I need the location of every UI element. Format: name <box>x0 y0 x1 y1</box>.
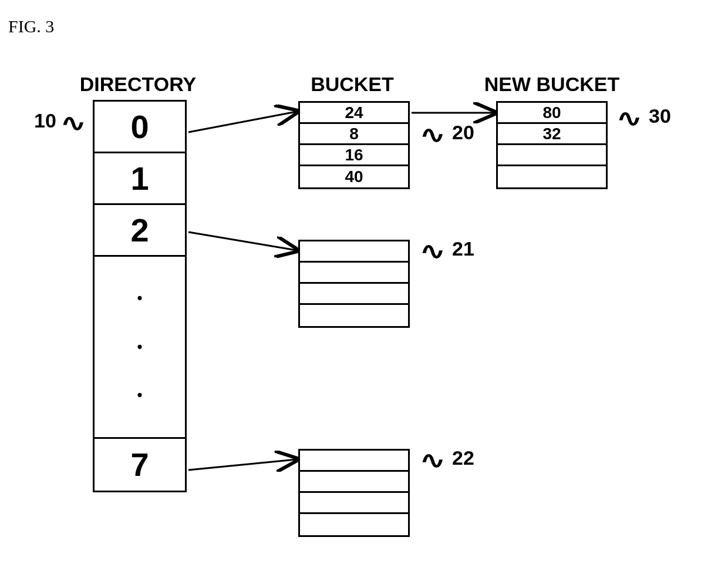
bucket-cell: 8 <box>300 124 408 145</box>
ref-22: 22 <box>452 446 474 469</box>
bucket-cell: 32 <box>498 124 606 145</box>
directory-ellipsis: · · · <box>95 257 185 439</box>
tilde-icon: ∿ <box>616 105 642 132</box>
dot-icon: · <box>137 292 143 305</box>
bucket-20: 24 8 16 40 <box>298 101 410 189</box>
arrow-icon <box>188 459 296 470</box>
ref-30: 30 <box>649 105 671 127</box>
bucket-header: BUCKET <box>294 73 411 96</box>
bucket-21 <box>298 240 410 328</box>
tilde-icon: ∿ <box>420 446 446 474</box>
tilde-icon: ∿ <box>420 121 446 148</box>
ref-20: 20 <box>452 121 474 144</box>
bucket-cell <box>300 241 408 263</box>
tilde-icon: ∿ <box>420 237 446 264</box>
directory-table: 0 1 2 · · · 7 <box>93 100 187 492</box>
bucket-cell <box>300 263 408 284</box>
dot-icon: · <box>137 341 143 354</box>
bucket-cell <box>300 472 408 493</box>
bucket-cell <box>300 451 408 472</box>
tilde-icon: ∿ <box>60 109 86 136</box>
bucket-30: 80 32 <box>496 101 608 189</box>
figure-label: FIG. 3 <box>8 16 54 36</box>
directory-header: DIRECTORY <box>70 73 205 96</box>
bucket-cell <box>300 514 408 535</box>
directory-cell: 7 <box>95 439 185 491</box>
directory-cell: 1 <box>95 153 185 205</box>
directory-cell: 2 <box>95 205 185 257</box>
bucket-cell: 24 <box>300 103 408 124</box>
directory-cell: 0 <box>95 102 185 153</box>
bucket-cell: 40 <box>300 166 408 187</box>
dot-icon: · <box>137 389 143 402</box>
bucket-cell <box>498 166 606 187</box>
arrow-icon <box>188 232 296 250</box>
bucket-cell <box>300 493 408 514</box>
bucket-cell: 80 <box>498 103 606 124</box>
bucket-cell <box>300 284 408 305</box>
ref-10: 10 <box>34 109 56 132</box>
bucket-cell: 16 <box>300 145 408 166</box>
bucket-cell <box>300 305 408 326</box>
bucket-cell <box>498 145 606 166</box>
arrow-icon <box>188 112 296 132</box>
ref-21: 21 <box>452 237 474 260</box>
bucket-22 <box>298 449 410 537</box>
newbucket-header: NEW BUCKET <box>470 73 634 96</box>
